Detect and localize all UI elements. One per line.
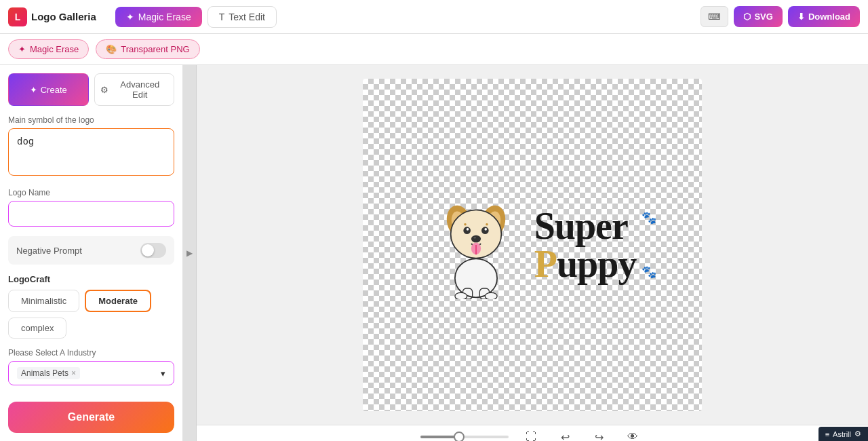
advanced-edit-icon: ⚙ <box>100 85 108 95</box>
magic-erase-icon: ✦ <box>126 12 134 22</box>
negative-prompt-label: Negative Prompt <box>16 246 82 256</box>
main-layout: ✦ Create ⚙ Advanced Edit Main symbol of … <box>0 65 868 441</box>
zoom-slider-container <box>420 436 509 438</box>
expand-button[interactable]: ⛶ <box>519 425 542 441</box>
paw-decoration-2: 🐾 <box>642 265 656 280</box>
negative-prompt-section: Negative Prompt <box>8 236 174 265</box>
logo-name-group: Logo Name super puppy <box>8 188 174 227</box>
puppy-p-letter: P <box>534 243 557 285</box>
industry-tag: Animals Pets × <box>17 367 80 379</box>
logocraft-label: LogoCraft <box>8 274 174 284</box>
craft-moderate-button[interactable]: Moderate <box>85 290 151 312</box>
sidebar-content: Main symbol of the logo dog Logo Name su… <box>0 106 182 402</box>
astrill-settings-icon: ⚙ <box>854 429 861 438</box>
second-nav: ✦ Magic Erase 🎨 Transparent PNG <box>0 34 868 65</box>
paw-decoration-1: 🐾 <box>642 210 656 225</box>
negative-prompt-toggle[interactable] <box>140 243 166 258</box>
sidebar: ✦ Create ⚙ Advanced Edit Main symbol of … <box>0 65 183 441</box>
advanced-edit-tab[interactable]: ⚙ Advanced Edit <box>94 73 175 106</box>
text-edit-button[interactable]: T Text Edit <box>208 6 277 28</box>
svg-point-14 <box>464 223 467 226</box>
magic-erase-second-button[interactable]: ✦ Magic Erase <box>8 39 89 59</box>
logo-canvas: Super 🐾 Puppy 🐾 <box>363 79 702 411</box>
canvas-area: Super 🐾 Puppy 🐾 <box>197 65 868 441</box>
svg-button[interactable]: ⬡ SVG <box>734 6 782 27</box>
main-symbol-input[interactable]: dog <box>8 128 174 176</box>
logo-area: L Logo Galleria <box>8 7 96 26</box>
magic-erase-button[interactable]: ✦ Magic Erase <box>115 7 202 27</box>
transparent-png-icon: 🎨 <box>106 44 117 54</box>
logo-text-container: Super 🐾 Puppy 🐾 <box>534 207 637 283</box>
top-nav-right: ⌨ ⬡ SVG ⬇ Download <box>701 6 860 27</box>
industry-remove-icon[interactable]: × <box>71 368 76 378</box>
canvas-toolbar: ⛶ ↩ ↪ 👁 <box>197 425 868 441</box>
app-name: Logo Galleria <box>31 11 96 22</box>
industry-label: Please Select A Industry <box>8 348 174 358</box>
logo-name-label: Logo Name <box>8 188 174 197</box>
toggle-knob <box>142 244 154 256</box>
create-icon: ✦ <box>30 85 37 95</box>
svg-point-15 <box>486 223 488 226</box>
svg-point-8 <box>466 228 469 231</box>
puppy-rest: uppy <box>557 243 636 285</box>
magic-erase-second-icon: ✦ <box>18 44 26 54</box>
app-logo-icon: L <box>8 7 27 26</box>
craft-options: Minimalistic Moderate complex <box>8 290 174 339</box>
logo-preview: Super 🐾 Puppy 🐾 <box>429 191 637 299</box>
create-tab[interactable]: ✦ Create <box>8 73 89 106</box>
redo-icon: ↪ <box>595 431 604 442</box>
generate-button[interactable]: Generate <box>8 402 174 433</box>
main-symbol-label: Main symbol of the logo <box>8 115 174 125</box>
canvas-wrapper: Super 🐾 Puppy 🐾 <box>197 65 868 425</box>
astrill-badge: ≡ Astrill ⚙ <box>818 427 868 441</box>
logo-text-puppy: Puppy <box>534 245 637 283</box>
svg-point-7 <box>481 227 489 234</box>
zoom-slider[interactable] <box>420 436 509 438</box>
sidebar-tabs: ✦ Create ⚙ Advanced Edit <box>0 65 182 106</box>
craft-complex-button[interactable]: complex <box>8 318 66 339</box>
svg-point-11 <box>473 237 476 239</box>
industry-select[interactable]: Animals Pets × ▾ <box>8 361 174 385</box>
astrill-icon: ≡ <box>825 430 829 438</box>
transparent-png-button[interactable]: 🎨 Transparent PNG <box>96 39 199 59</box>
logo-text-super: Super <box>534 207 628 245</box>
zoom-slider-thumb[interactable] <box>454 432 465 441</box>
dog-illustration <box>429 191 524 299</box>
eye-icon: 👁 <box>627 431 638 441</box>
industry-section: Please Select A Industry Animals Pets × … <box>8 348 174 385</box>
expand-icon: ⛶ <box>526 431 536 441</box>
sidebar-collapse-arrow[interactable]: ▶ <box>183 65 197 441</box>
preview-button[interactable]: 👁 <box>621 425 644 441</box>
main-symbol-group: Main symbol of the logo dog <box>8 115 174 178</box>
undo-button[interactable]: ↩ <box>553 425 576 441</box>
keyboard-button[interactable]: ⌨ <box>701 6 728 27</box>
undo-icon: ↩ <box>561 431 570 442</box>
svg-icon: ⬡ <box>743 12 751 22</box>
svg-point-6 <box>463 227 471 234</box>
svg-point-10 <box>471 235 481 243</box>
download-button[interactable]: ⬇ Download <box>788 6 860 27</box>
svg-point-21 <box>485 292 497 299</box>
text-edit-icon: T <box>219 12 225 22</box>
craft-minimalistic-button[interactable]: Minimalistic <box>8 290 79 312</box>
zoom-slider-fill <box>420 436 456 438</box>
chevron-down-icon: ▾ <box>161 368 165 379</box>
svg-point-9 <box>484 228 487 231</box>
redo-button[interactable]: ↪ <box>587 425 610 441</box>
download-icon: ⬇ <box>797 12 805 22</box>
logocraft-section: LogoCraft Minimalistic Moderate complex <box>8 274 174 339</box>
logo-name-input[interactable]: super puppy <box>8 201 174 227</box>
svg-point-20 <box>455 292 467 299</box>
top-nav: L Logo Galleria ✦ Magic Erase T Text Edi… <box>0 0 868 34</box>
